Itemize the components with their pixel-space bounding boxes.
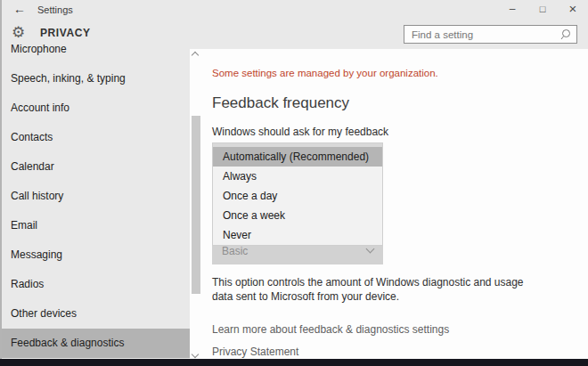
diagnostic-description: This option controls the amount of Windo… <box>212 275 524 304</box>
window-title: Settings <box>37 0 73 20</box>
close-button[interactable]: × <box>558 0 588 20</box>
dropdown-option-always[interactable]: Always <box>213 167 382 186</box>
back-button[interactable]: ← <box>8 0 31 20</box>
taskbar-edge <box>0 359 588 366</box>
scroll-up-button[interactable] <box>192 50 200 57</box>
window-controls: – □ × <box>497 0 588 20</box>
dropdown-option-once-a-week[interactable]: Once a week <box>213 206 382 225</box>
sidebar-item-email[interactable]: Email <box>0 211 190 240</box>
sidebar-item-account-info[interactable]: Account info <box>0 94 190 123</box>
dropdown-option-once-a-day[interactable]: Once a day <box>213 186 382 206</box>
description-line-2: data sent to Microsoft from your device. <box>212 289 524 304</box>
scroll-down-button[interactable] <box>192 352 200 359</box>
managed-by-organization-notice: Some settings are managed by your organi… <box>212 68 438 78</box>
sidebar-item-microphone[interactable]: Microphone <box>0 35 190 64</box>
learn-more-link[interactable]: Learn more about feedback & diagnostics … <box>212 323 449 336</box>
description-line-1: This option controls the amount of Windo… <box>212 275 524 289</box>
scrollbar-thumb[interactable] <box>192 116 200 294</box>
search-box[interactable] <box>404 25 577 44</box>
feedback-frequency-dropdown-list: Automatically (Recommended) Always Once … <box>212 142 383 246</box>
sidebar-item-call-history[interactable]: Call history <box>0 182 190 211</box>
search-input[interactable] <box>404 26 558 43</box>
dropdown-option-never[interactable]: Never <box>213 225 382 245</box>
dropdown-option-automatically[interactable]: Automatically (Recommended) <box>213 147 382 167</box>
window-left-border <box>0 0 2 366</box>
settings-window: ← Settings – □ × ⚙ PRIVACY Microphone Sp… <box>0 0 588 366</box>
feedback-dropdown-label: Windows should ask for my feedback <box>212 126 388 138</box>
sidebar-item-messaging[interactable]: Messaging <box>0 240 190 270</box>
sidebar-item-other-devices[interactable]: Other devices <box>0 299 190 329</box>
sidebar-item-contacts[interactable]: Contacts <box>0 123 190 152</box>
minimize-button[interactable]: – <box>497 0 527 20</box>
sidebar-item-speech-inking-typing[interactable]: Speech, inking, & typing <box>0 64 190 94</box>
main-content: Some settings are managed by your organi… <box>190 49 588 359</box>
sidebar: Microphone Speech, inking, & typing Acco… <box>0 35 190 358</box>
sidebar-item-feedback-diagnostics[interactable]: Feedback & diagnostics <box>0 329 190 358</box>
search-icon <box>559 28 572 41</box>
titlebar: ← Settings – □ × <box>0 0 588 20</box>
chevron-down-icon <box>366 245 375 254</box>
sidebar-item-calendar[interactable]: Calendar <box>0 152 190 182</box>
section-heading: Feedback frequency <box>212 94 349 112</box>
maximize-button[interactable]: □ <box>527 0 558 20</box>
sidebar-item-radios[interactable]: Radios <box>0 270 190 299</box>
privacy-statement-link[interactable]: Privacy Statement <box>212 346 298 358</box>
